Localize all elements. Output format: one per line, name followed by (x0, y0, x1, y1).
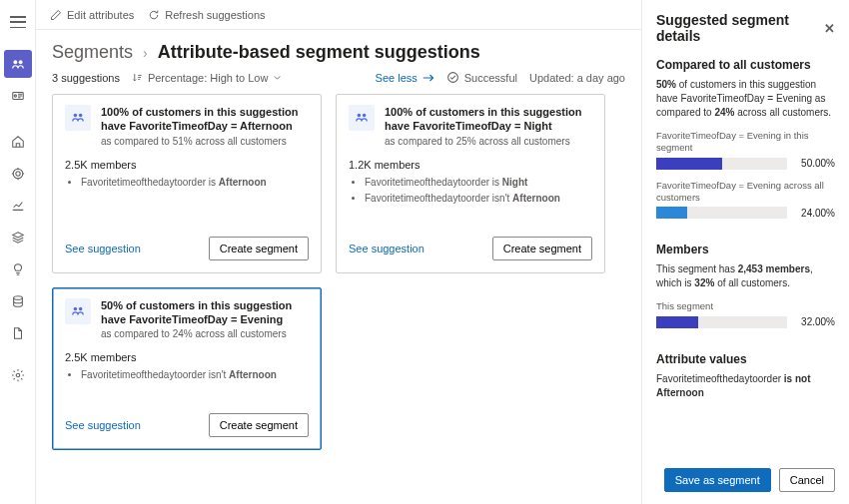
create-segment-button[interactable]: Create segment (492, 237, 592, 260)
suggestion-card[interactable]: 50% of customers in this suggestion have… (52, 287, 322, 451)
panel-title: Suggested segment details ✕ (656, 12, 835, 44)
details-panel: Suggested segment details ✕ Compared to … (641, 0, 849, 504)
status-badge: Successful (446, 71, 517, 84)
nav-layers-icon[interactable] (4, 224, 32, 252)
see-suggestion-link[interactable]: See suggestion (65, 243, 141, 254)
status-text: Successful (464, 72, 517, 84)
refresh-action[interactable]: Refresh suggestions (148, 9, 265, 21)
list-item: Favoritetimeofthedaytoorder isn't Aftern… (81, 367, 309, 383)
arrow-right-icon (423, 73, 434, 83)
progress-bar (656, 158, 787, 170)
svg-point-1 (18, 60, 22, 64)
save-as-segment-button[interactable]: Save as segment (664, 468, 771, 492)
svg-point-0 (13, 60, 17, 64)
see-less-link[interactable]: See less (376, 72, 434, 84)
attribute-list: Favoritetimeofthedaytoorder is Afternoon (65, 175, 309, 191)
nav-settings-icon[interactable] (4, 361, 32, 389)
bar-value: 32.00% (795, 316, 835, 327)
suggestion-card[interactable]: 100% of customers in this suggestion hav… (336, 94, 605, 273)
edit-attributes-label: Edit attributes (67, 9, 134, 21)
nav-target-icon[interactable] (4, 160, 32, 188)
chevron-down-icon (273, 73, 282, 82)
refresh-icon (148, 9, 160, 21)
card-subtitle: as compared to 25% across all customers (385, 136, 592, 147)
breadcrumb-parent[interactable]: Segments (52, 42, 133, 63)
svg-point-5 (15, 172, 19, 176)
create-segment-button[interactable]: Create segment (209, 237, 309, 260)
bar-label: This segment (656, 300, 835, 312)
sort-icon (132, 72, 143, 83)
svg-point-3 (14, 95, 16, 97)
svg-point-14 (79, 306, 83, 310)
members-count: 2.5K members (65, 159, 309, 171)
suggestion-card[interactable]: 100% of customers in this suggestion hav… (52, 94, 322, 273)
list-item: Favoritetimeofthedaytoorder is Afternoon (81, 175, 309, 191)
progress-bar (656, 207, 787, 219)
svg-point-9 (74, 114, 78, 118)
svg-point-7 (16, 373, 20, 377)
card-title: 50% of customers in this suggestion have… (101, 298, 309, 327)
members-heading: Members (656, 243, 835, 256)
updated-text: Updated: a day ago (529, 72, 625, 84)
edit-attributes-action[interactable]: Edit attributes (50, 9, 134, 21)
card-subtitle: as compared to 24% across all customers (101, 328, 309, 339)
nav-doc-icon[interactable] (4, 319, 32, 347)
nav-home-icon[interactable] (4, 128, 32, 156)
members-count: 2.5K members (65, 351, 309, 363)
members-paragraph: This segment has 2,453 members, which is… (656, 262, 835, 290)
svg-point-13 (74, 306, 78, 310)
refresh-label: Refresh suggestions (165, 9, 265, 21)
sort-dropdown[interactable]: Percentage: High to Low (132, 72, 282, 84)
page-title: Attribute-based segment suggestions (158, 42, 480, 63)
bar-value: 24.00% (795, 208, 835, 219)
bar-label: FavoriteTimeofDay = Evening in this segm… (656, 130, 835, 155)
svg-point-4 (13, 169, 23, 179)
segment-icon (349, 105, 375, 131)
svg-point-8 (447, 73, 457, 83)
compared-paragraph: 50% of customers in this suggestion have… (656, 78, 835, 120)
close-icon[interactable]: ✕ (824, 21, 835, 36)
nav-card-icon[interactable] (4, 82, 32, 110)
compared-heading: Compared to all customers (656, 58, 835, 72)
svg-point-12 (363, 114, 367, 118)
bar-value: 50.00% (795, 158, 835, 169)
card-title: 100% of customers in this suggestion hav… (385, 105, 592, 134)
left-nav (0, 0, 36, 504)
svg-point-10 (79, 114, 83, 118)
attribute-list: Favoritetimeofthedaytoorder isn't Aftern… (65, 367, 309, 383)
see-less-label: See less (376, 72, 418, 84)
breadcrumb: Segments › Attribute-based segment sugge… (52, 42, 625, 63)
cancel-button[interactable]: Cancel (779, 468, 835, 492)
main-area: Edit attributes Refresh suggestions Segm… (36, 0, 641, 504)
segment-icon (65, 298, 91, 324)
suggestion-count: 3 suggestions (52, 72, 120, 84)
sort-label: Percentage: High to Low (148, 72, 268, 84)
segment-icon (65, 105, 91, 131)
pencil-icon (50, 9, 62, 21)
nav-chart-icon[interactable] (4, 192, 32, 220)
nav-idea-icon[interactable] (4, 255, 32, 283)
chevron-right-icon: › (143, 45, 148, 61)
card-subtitle: as compared to 51% across all customers (101, 136, 309, 147)
svg-point-11 (358, 114, 362, 118)
nav-segments-icon[interactable] (4, 50, 32, 78)
nav-db-icon[interactable] (4, 287, 32, 315)
attribute-list: Favoritetimeofthedaytoorder is Night Fav… (349, 175, 592, 207)
see-suggestion-link[interactable]: See suggestion (349, 243, 424, 254)
see-suggestion-link[interactable]: See suggestion (65, 419, 141, 431)
list-item: Favoritetimeofthedaytoorder is Night (365, 175, 592, 191)
list-item: Favoritetimeofthedaytoorder isn't Aftern… (365, 191, 592, 207)
progress-bar (656, 316, 787, 328)
svg-point-6 (13, 296, 22, 300)
top-toolbar: Edit attributes Refresh suggestions (36, 0, 641, 30)
attribute-value-text: Favoritetimeofthedaytoorder is not After… (656, 372, 835, 400)
create-segment-button[interactable]: Create segment (209, 413, 309, 437)
card-title: 100% of customers in this suggestion hav… (101, 105, 309, 134)
bar-label: FavoriteTimeofDay = Evening across all c… (656, 180, 835, 205)
attribute-values-heading: Attribute values (656, 352, 835, 366)
meta-row: 3 suggestions Percentage: High to Low Se… (52, 71, 625, 84)
members-count: 1.2K members (349, 159, 592, 171)
check-circle-icon (446, 71, 459, 84)
hamburger-icon[interactable] (4, 8, 32, 36)
